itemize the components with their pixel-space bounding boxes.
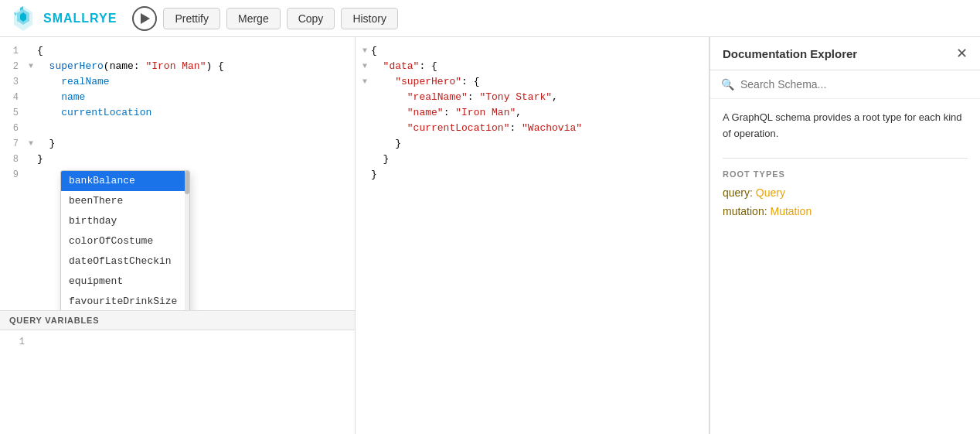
result-line: "name": "Iron Man", [356,105,709,121]
doc-query-row: query: Query [723,186,968,199]
copy-button[interactable]: Copy [287,8,335,29]
doc-search-input[interactable] [740,78,969,91]
autocomplete-item[interactable]: equipment [61,272,189,292]
run-button[interactable] [132,6,157,31]
toolbar: SMALLRYE Prettify Merge Copy History [0,0,980,37]
play-icon [141,13,150,24]
result-line: } [356,136,709,152]
merge-button[interactable]: Merge [226,8,281,29]
doc-explorer-close-button[interactable]: ✕ [956,46,968,60]
line-number: 5 [0,105,25,121]
result-lines: ▼ { ▼ "data": { ▼ "superHero": { "realNa… [356,43,709,183]
result-gutter [359,105,371,121]
query-var-line: 1 [6,337,349,352]
line-number: 2 [0,59,25,74]
search-icon: 🔍 [721,78,734,91]
doc-mutation-label: mutation: [723,205,767,217]
editor-line: 1 { [0,43,355,59]
result-content: "realName": "Tony Stark", [371,90,706,105]
result-gutter [359,136,371,152]
doc-explorer-header: Documentation Explorer ✕ [710,37,980,70]
line-number: 1 [0,43,25,59]
doc-mutation-row: mutation: Mutation [723,205,968,217]
line-content: name [37,90,355,105]
result-line: ▼ "data": { [356,59,709,74]
line-gutter: ▼ [25,136,37,152]
autocomplete-item[interactable]: dateOfLastCheckin [61,251,189,272]
autocomplete-list: bankBalancebeenTherebirthdaycolorOfCostu… [61,171,189,310]
line-content: realName [37,74,355,90]
editor-line: 8 } [0,152,355,167]
autocomplete-scrollbar[interactable] [185,171,189,310]
logo-text: SMALLRYE [43,12,117,26]
doc-explorer-title: Documentation Explorer [723,47,857,60]
doc-explorer-panel: Documentation Explorer ✕ 🔍 A GraphQL sch… [709,37,980,434]
result-gutter: ▼ [359,43,371,59]
autocomplete-item[interactable]: bankBalance [61,171,189,191]
line-content: } [37,136,355,152]
autocomplete-item[interactable]: colorOfCostume [61,231,189,251]
autocomplete-item[interactable]: birthday [61,211,189,231]
doc-divider [723,158,968,159]
line-number: 4 [0,90,25,105]
result-line: } [356,167,709,183]
result-gutter [359,152,371,167]
doc-explorer-body: A GraphQL schema provides a root type fo… [710,99,980,434]
query-variables-body[interactable]: 1 [0,330,355,434]
result-gutter [359,167,371,183]
result-panel: ▼ { ▼ "data": { ▼ "superHero": { "realNa… [356,37,709,434]
line-content: { [37,43,355,59]
editor-lines: 1 { 2 ▼ superHero(name: "Iron Man") { 3 … [0,43,355,183]
doc-query-link[interactable]: Query [756,186,785,199]
query-variables-header: QUERY VARIABLES [0,311,355,330]
doc-mutation-link[interactable]: Mutation [770,205,812,217]
query-var-line-num: 1 [6,337,31,352]
autocomplete-dropdown[interactable]: bankBalancebeenTherebirthdaycolorOfCostu… [60,170,190,310]
result-content: } [371,152,706,167]
editor-line: 7 ▼ } [0,136,355,152]
result-content: "superHero": { [371,74,706,90]
line-content: } [37,152,355,167]
line-gutter: ▼ [25,59,37,74]
result-line: } [356,152,709,167]
result-line: "realName": "Tony Stark", [356,90,709,105]
result-gutter [359,90,371,105]
editor-line: 4 name [0,90,355,105]
autocomplete-item[interactable]: beenThere [61,191,189,211]
main-area: 1 { 2 ▼ superHero(name: "Iron Man") { 3 … [0,37,980,434]
editor-line: 6 [0,121,355,136]
editor-line: 5 currentLocation [0,105,355,121]
autocomplete-item[interactable]: favouriteDrinkSize [61,292,189,310]
line-number: 6 [0,121,25,136]
query-variables-panel: QUERY VARIABLES 1 [0,310,355,434]
editor-line: 3 realName [0,74,355,90]
result-content: "data": { [371,59,706,74]
line-number: 8 [0,152,25,167]
result-content: } [371,136,706,152]
smallrye-logo-icon [9,5,37,32]
line-number: 3 [0,74,25,90]
result-line: ▼ "superHero": { [356,74,709,90]
line-number: 9 [0,167,25,183]
result-line: "currentLocation": "Wachovia" [356,121,709,136]
autocomplete-scrollbar-thumb [185,171,189,194]
result-gutter: ▼ [359,74,371,90]
line-number: 7 [0,136,25,152]
result-line: ▼ { [356,43,709,59]
result-gutter [359,121,371,136]
editor-line: 2 ▼ superHero(name: "Iron Man") { [0,59,355,74]
logo-area: SMALLRYE [9,5,117,32]
editor-area[interactable]: 1 { 2 ▼ superHero(name: "Iron Man") { 3 … [0,37,355,310]
history-button[interactable]: History [341,8,398,29]
doc-explorer-description: A GraphQL schema provides a root type fo… [723,110,968,142]
result-content: "currentLocation": "Wachovia" [371,121,706,136]
doc-search-area: 🔍 [710,70,980,99]
result-gutter: ▼ [359,59,371,74]
editor-panel: 1 { 2 ▼ superHero(name: "Iron Man") { 3 … [0,37,356,434]
result-content: { [371,43,706,59]
result-content: } [371,167,706,183]
result-content: "name": "Iron Man", [371,105,706,121]
prettify-button[interactable]: Prettify [163,8,220,29]
doc-root-types-label: ROOT TYPES [723,169,968,179]
line-content: superHero(name: "Iron Man") { [37,59,355,74]
